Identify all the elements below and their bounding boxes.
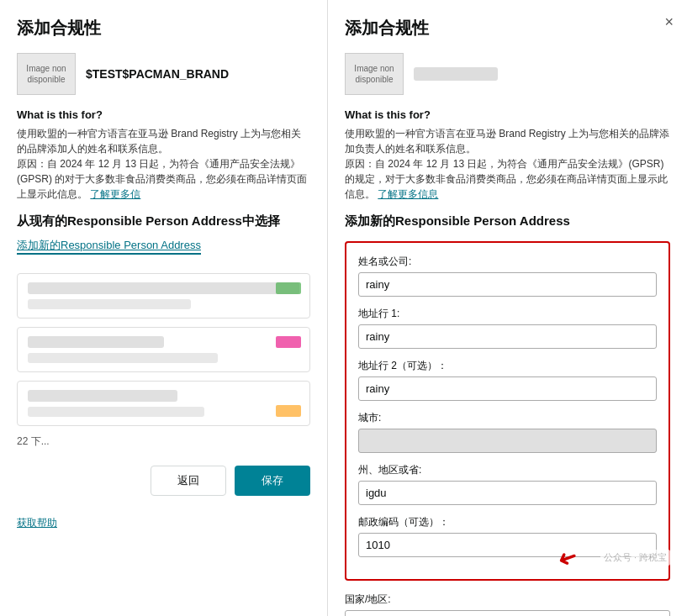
address-card-2[interactable] — [17, 327, 310, 372]
brand-name: $TEST$PACMAN_BRAND — [86, 67, 229, 81]
right-brand-image: Image non disponible — [345, 53, 404, 95]
name-input[interactable] — [358, 272, 657, 297]
brand-image: Image non disponible — [17, 53, 76, 95]
name-group: 姓名或公司: — [358, 255, 657, 297]
what-is-this-for-heading: What is this for? — [17, 108, 310, 121]
address-form: 姓名或公司: 地址行 1: 地址行 2（可选）： 城市: 州、地区或省: 邮政编… — [345, 241, 670, 581]
state-input[interactable] — [358, 481, 657, 505]
select-section-title: 从现有的Responsible Person Address中选择 — [17, 213, 310, 229]
address1-label: 地址行 1: — [358, 307, 657, 321]
address-line-blurred-1 — [28, 282, 299, 294]
address-line-blurred-3 — [28, 336, 164, 348]
address2-input[interactable] — [358, 376, 657, 401]
left-get-help-link[interactable]: 获取帮助 — [17, 516, 57, 530]
form-section-title: 添加新的Responsible Person Address — [345, 213, 670, 229]
brand-row: Image non disponible $TEST$PACMAN_BRAND — [17, 53, 310, 95]
address1-input[interactable] — [358, 324, 657, 349]
right-brand-name — [414, 67, 498, 81]
tag-pink-1 — [276, 336, 301, 348]
left-panel: 添加合规性 Image non disponible $TEST$PACMAN_… — [0, 0, 328, 616]
left-panel-title: 添加合规性 — [17, 17, 310, 39]
tag-green-1 — [276, 282, 301, 294]
right-panel: × 添加合规性 Image non disponible What is thi… — [328, 0, 687, 616]
state-label: 州、地区或省: — [358, 463, 657, 477]
tag-orange-1 — [276, 405, 301, 417]
left-save-button[interactable]: 保存 — [235, 466, 310, 496]
address2-group: 地址行 2（可选）： — [358, 359, 657, 401]
address-line-blurred-6 — [28, 407, 204, 417]
left-back-button[interactable]: 返回 — [151, 466, 226, 496]
close-button[interactable]: × — [664, 13, 674, 31]
address-line-blurred-5 — [28, 390, 177, 402]
right-brand-row: Image non disponible — [345, 53, 670, 95]
right-learn-more-link[interactable]: 了解更多信息 — [378, 188, 438, 200]
country-label: 国家/地区: — [345, 592, 670, 607]
right-panel-title: 添加合规性 — [345, 17, 670, 39]
city-label: 城市: — [358, 411, 657, 425]
address-line-blurred-2 — [28, 299, 191, 309]
country-group: 国家/地区: Ireland Germany France Spain Ital… — [345, 592, 670, 616]
watermark: 公众号 · 跨税宝 — [600, 550, 670, 566]
right-description: 使用欧盟的一种官方语言在亚马逊 Brand Registry 上为与您相关的品牌… — [345, 126, 670, 202]
count-text: 22 下... — [17, 434, 310, 449]
left-bottom-actions: 返回 保存 — [17, 466, 310, 496]
address-line-blurred-4 — [28, 353, 218, 363]
add-new-address-link[interactable]: 添加新的Responsible Person Address — [17, 238, 201, 255]
right-what-is-this-for: What is this for? — [345, 108, 670, 121]
city-group: 城市: — [358, 411, 657, 453]
postal-label: 邮政编码（可选）： — [358, 515, 657, 529]
learn-more-link[interactable]: 了解更多信 — [90, 188, 140, 200]
description-text: 使用欧盟的一种官方语言在亚马逊 Brand Registry 上为与您相关的品牌… — [17, 126, 310, 202]
address2-label: 地址行 2（可选）： — [358, 359, 657, 373]
address-card-3[interactable] — [17, 381, 310, 426]
name-label: 姓名或公司: — [358, 255, 657, 269]
address-card-1[interactable] — [17, 273, 310, 319]
city-input[interactable] — [358, 429, 657, 453]
country-select[interactable]: Ireland Germany France Spain Italy Nethe… — [345, 610, 670, 616]
address1-group: 地址行 1: — [358, 307, 657, 349]
state-group: 州、地区或省: — [358, 463, 657, 505]
